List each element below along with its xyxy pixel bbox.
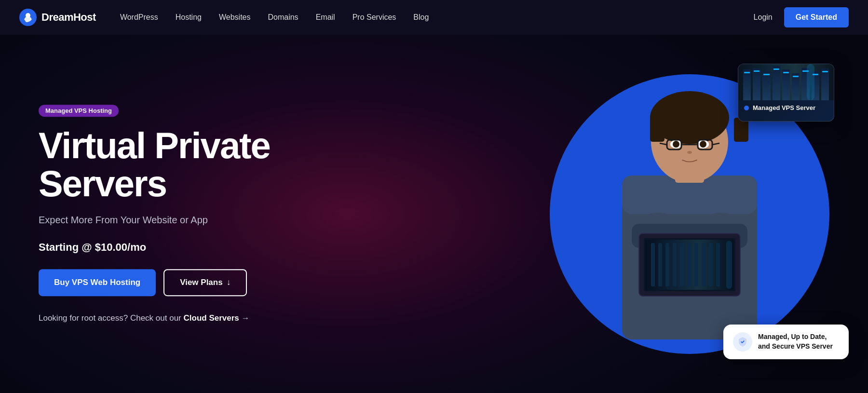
svg-rect-32 [694,243,698,286]
view-plans-button[interactable]: View Plans ↓ [163,269,247,296]
server-card-label: Managed VPS Server [738,100,834,115]
cloud-link-text: Cloud Servers [184,313,239,323]
rack-item [762,71,770,100]
login-link[interactable]: Login [754,13,773,22]
managed-card: Managed, Up to Date, and Secure VPS Serv… [723,325,849,359]
rack-item [743,69,751,100]
svg-rect-35 [716,243,720,286]
server-card: Managed VPS Server [738,64,834,122]
get-started-button[interactable]: Get Started [784,7,849,27]
cloud-servers-link[interactable]: Looking for root access? Check out our C… [39,313,250,323]
hero-buttons: Buy VPS Web Hosting View Plans ↓ [39,269,270,296]
svg-rect-33 [702,243,705,286]
svg-rect-10 [650,118,665,142]
rack-item [792,73,800,100]
svg-rect-36 [726,241,732,289]
svg-rect-27 [658,243,662,286]
server-image [738,64,834,100]
svg-rect-28 [665,243,669,286]
view-plans-label: View Plans [180,278,223,287]
hero-price: Starting @ $10.00/mo [39,241,270,254]
hero-title: Virtual Private Servers [39,126,270,203]
svg-point-14 [673,141,679,148]
hero-title-line2: Servers [39,163,166,204]
hero-subtitle: Expect More From Your Website or App [39,215,270,226]
cloud-link-arrow: → [242,313,250,323]
shield-icon-wrap [733,332,752,352]
svg-rect-34 [709,243,713,286]
rack-item [773,66,780,100]
hero-content: Managed VPS Hosting Virtual Private Serv… [39,105,270,324]
rack-item [821,68,829,100]
dreamhost-logo-icon [19,9,37,26]
svg-rect-26 [651,243,655,286]
svg-point-15 [700,141,706,148]
nav-item-wordpress[interactable]: WordPress [120,13,158,22]
view-plans-arrow: ↓ [227,278,231,287]
nav-item-email[interactable]: Email [316,13,335,22]
navbar: DreamHost WordPress Hosting Websites Dom… [0,0,868,35]
nav-item-domains[interactable]: Domains [268,13,298,22]
brand-name: DreamHost [41,11,96,24]
svg-rect-29 [673,243,677,286]
cloud-link-prefix: Looking for root access? Check out our [39,313,181,323]
nav-links: WordPress Hosting Websites Domains Email… [120,13,754,22]
nav-item-websites[interactable]: Websites [219,13,251,22]
managed-card-text: Managed, Up to Date, and Secure VPS Serv… [758,332,839,351]
rack-item [753,68,760,101]
hero-badge: Managed VPS Hosting [39,105,119,117]
server-racks [743,64,829,100]
svg-rect-31 [687,243,691,286]
aisle-glow [807,64,814,100]
svg-rect-30 [680,243,684,286]
shield-icon [737,337,748,347]
svg-point-21 [687,151,692,154]
buy-vps-button[interactable]: Buy VPS Web Hosting [39,269,156,296]
blue-dot-icon [744,106,749,110]
nav-item-blog[interactable]: Blog [413,13,429,22]
hero-title-line1: Virtual Private [39,125,270,166]
svg-point-1 [26,13,30,18]
hero-section: Managed VPS Server Managed, Up to Date, … [0,35,868,393]
logo-link[interactable]: DreamHost [19,9,96,26]
nav-item-pro-services[interactable]: Pro Services [353,13,396,22]
server-card-text: Managed VPS Server [753,104,815,111]
nav-right: Login Get Started [754,7,849,27]
rack-item [782,69,790,100]
nav-item-hosting[interactable]: Hosting [176,13,202,22]
